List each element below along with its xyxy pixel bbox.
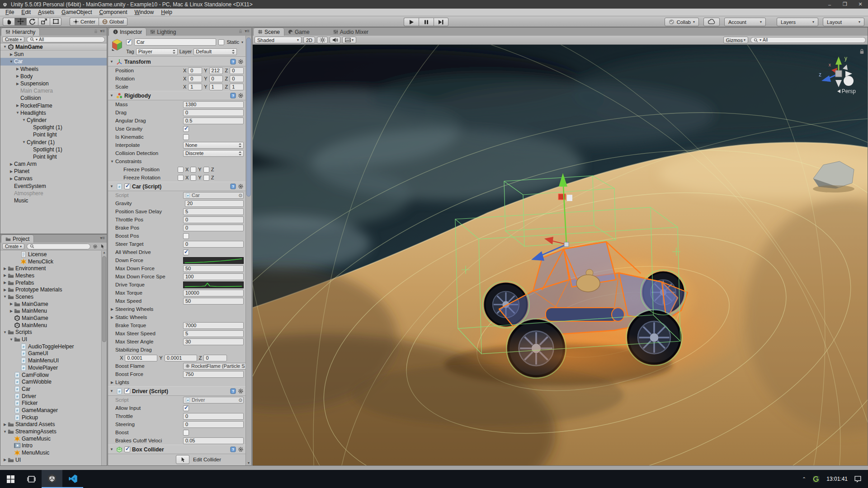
hierarchy-item-maingame-scene[interactable]: MainGame: [0, 43, 107, 51]
maximize-button[interactable]: ❒: [837, 0, 853, 9]
tab-scene[interactable]: Scene: [254, 28, 284, 36]
project-item-mainmenuui[interactable]: MainMenuUI: [0, 357, 101, 364]
brake-pos-field[interactable]: 0: [183, 225, 244, 231]
project-item-scenes[interactable]: Scenes: [0, 293, 101, 300]
steering-field[interactable]: 0: [183, 421, 244, 428]
max-steer-angle-field[interactable]: 30: [183, 338, 244, 345]
static-checkbox[interactable]: [218, 39, 224, 45]
project-item-car[interactable]: Car: [0, 385, 101, 393]
fold-arrow[interactable]: [9, 302, 14, 306]
gear-icon[interactable]: [238, 446, 244, 452]
fold-arrow[interactable]: [2, 267, 8, 271]
project-item-movieplayer[interactable]: MoviePlayer: [0, 364, 101, 371]
project-item-audiotogglehelper[interactable]: AudioToggleHelper: [0, 343, 101, 350]
scale-z-field[interactable]: 1: [230, 84, 244, 90]
project-item-license[interactable]: License: [0, 251, 101, 258]
fold-arrow[interactable]: [15, 82, 20, 86]
lock-icon[interactable]: [238, 29, 243, 33]
rect-tool-button[interactable]: [50, 18, 61, 26]
project-item-environment[interactable]: Environment: [0, 265, 101, 272]
constraints-foldout[interactable]: Constraints: [108, 157, 245, 165]
driver-script-object-field[interactable]: Driver⊙: [183, 397, 244, 404]
tab-project[interactable]: Project: [1, 235, 33, 243]
fold-arrow[interactable]: [15, 103, 20, 108]
project-item-flicker[interactable]: Flicker: [0, 399, 101, 407]
fold-arrow[interactable]: [9, 60, 14, 64]
fold-arrow[interactable]: [2, 281, 8, 285]
boost-checkbox[interactable]: [183, 430, 189, 436]
rigidbody-header[interactable]: ▼ Rigidbody: [108, 91, 245, 100]
step-button[interactable]: [434, 18, 448, 26]
fold-arrow[interactable]: [2, 422, 8, 427]
cloud-button[interactable]: [703, 18, 720, 26]
hierarchy-item-music[interactable]: Music: [0, 197, 107, 204]
hierarchy-item-car[interactable]: Car: [0, 58, 107, 65]
project-item-meshes[interactable]: Meshes: [0, 272, 101, 279]
scroll-thumb[interactable]: [102, 256, 106, 342]
stabilizing-drag-x-field[interactable]: 0.0001: [125, 355, 157, 361]
freeze-pos-y-checkbox[interactable]: [190, 167, 196, 173]
project-item-gamemusic[interactable]: GameMusic: [0, 435, 101, 442]
fold-arrow[interactable]: [15, 111, 20, 115]
project-item-gamemanager[interactable]: GameManager: [0, 407, 101, 414]
hierarchy-item-cam-arm[interactable]: Cam Arm: [0, 160, 107, 168]
account-dropdown[interactable]: Account▾: [724, 18, 766, 26]
project-item-standard-assets[interactable]: Standard Assets: [0, 421, 101, 428]
hierarchy-item-planet[interactable]: Planet: [0, 168, 107, 175]
position-z-field[interactable]: 0: [230, 67, 244, 74]
freeze-rot-z-checkbox[interactable]: [203, 175, 209, 181]
position-x-field[interactable]: 0: [188, 67, 202, 74]
fold-arrow[interactable]: [9, 52, 14, 56]
project-create-button[interactable]: Create▾: [2, 244, 24, 249]
script-object-field[interactable]: Car⊙: [183, 192, 244, 199]
hierarchy-item-wheels[interactable]: Wheels: [0, 66, 107, 73]
box-collider-enabled-checkbox[interactable]: [124, 446, 130, 452]
static-dropdown-icon[interactable]: ▾: [241, 40, 243, 44]
search-by-type-icon[interactable]: [93, 244, 98, 249]
car-script-enabled-checkbox[interactable]: [124, 183, 130, 189]
layer-dropdown[interactable]: Default: [193, 48, 237, 55]
fold-arrow[interactable]: [9, 309, 14, 313]
freeze-rot-x-checkbox[interactable]: [178, 175, 184, 181]
pivot-toggle-button[interactable]: Center: [70, 18, 99, 26]
tab-inspector[interactable]: Inspector: [109, 28, 146, 36]
project-item-mainmenu-folder[interactable]: MainMenu: [0, 308, 101, 315]
fold-arrow[interactable]: [2, 288, 8, 292]
hand-tool-button[interactable]: [3, 18, 14, 26]
tab-lighting[interactable]: Lighting: [146, 28, 180, 36]
hierarchy-item-sun[interactable]: Sun: [0, 51, 107, 58]
scene-viewport[interactable]: y z x Persp: [253, 45, 868, 465]
fold-arrow[interactable]: [9, 162, 14, 166]
action-center-icon[interactable]: [854, 475, 862, 483]
project-item-menumusic[interactable]: MenuMusic: [0, 449, 101, 456]
collision-detection-dropdown[interactable]: Discrete: [183, 150, 244, 157]
scene-search-input[interactable]: ▾ All: [750, 37, 866, 43]
gear-icon[interactable]: [238, 388, 244, 394]
project-item-mainmenu-scene[interactable]: MainMenu: [0, 322, 101, 329]
rotation-x-field[interactable]: 0: [188, 75, 202, 82]
gear-icon[interactable]: [238, 183, 244, 189]
viewport-lock-icon[interactable]: [859, 48, 865, 54]
rotation-y-field[interactable]: 0: [209, 75, 223, 82]
fold-arrow[interactable]: [2, 430, 8, 434]
scene-audio-toggle[interactable]: [330, 37, 340, 43]
position-y-field[interactable]: 212: [209, 67, 223, 74]
project-item-menuclick[interactable]: MenuClick: [0, 258, 101, 265]
freeze-pos-z-checkbox[interactable]: [203, 167, 209, 173]
gear-icon[interactable]: [238, 93, 244, 99]
hierarchy-item-rocketflame[interactable]: RocketFlame: [0, 102, 107, 109]
edit-collider-button[interactable]: [176, 455, 189, 464]
menu-edit[interactable]: Edit: [18, 9, 34, 16]
max-down-force-speed-field[interactable]: 100: [183, 273, 244, 280]
tab-audio-mixer[interactable]: Audio Mixer: [329, 28, 373, 36]
menu-file[interactable]: File: [2, 9, 18, 16]
menu-gameobject[interactable]: GameObject: [58, 9, 95, 16]
project-item-streamingassets[interactable]: StreamingAssets: [0, 428, 101, 435]
hierarchy-item-spotlight-1b[interactable]: Spotlight (1): [0, 146, 107, 153]
start-button[interactable]: [0, 470, 21, 488]
fold-arrow[interactable]: [15, 74, 20, 78]
pause-button[interactable]: [419, 18, 434, 26]
play-button[interactable]: [404, 18, 419, 26]
hierarchy-search-input[interactable]: ▾ All: [27, 37, 105, 42]
tab-hierarchy[interactable]: Hierarchy: [1, 28, 39, 36]
